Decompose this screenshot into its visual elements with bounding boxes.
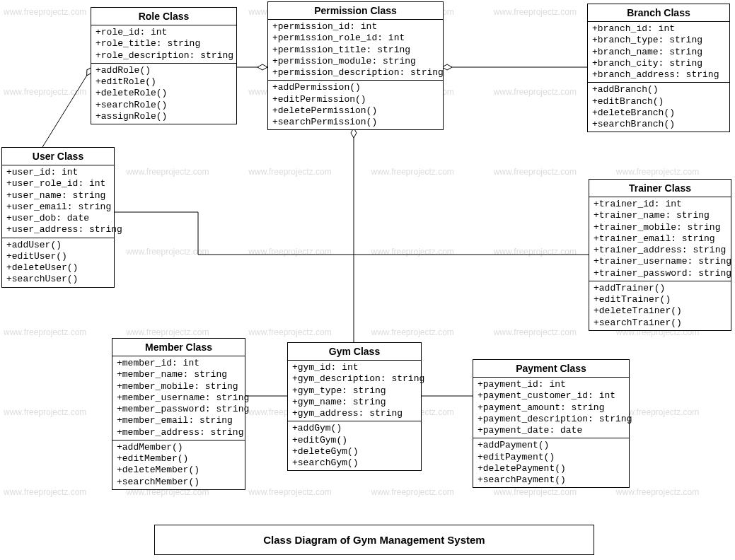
uml-row: +gym_description: string	[292, 373, 417, 385]
uml-row: +trainer_mobile: string	[594, 222, 727, 233]
uml-row: +gym_address: string	[292, 408, 417, 419]
class-user: User Class +user_id: int+user_role_id: i…	[1, 147, 115, 288]
watermark-text: www.freeprojectz.com	[494, 167, 577, 177]
uml-row: +user_id: int	[6, 167, 110, 178]
class-title: Branch Class	[588, 4, 729, 22]
watermark-text: www.freeprojectz.com	[4, 327, 86, 337]
uml-row: +user_dob: date	[6, 213, 110, 224]
uml-row: +editTrainer()	[594, 294, 727, 305]
class-title: Member Class	[112, 339, 245, 356]
uml-row: +member_password: string	[117, 404, 241, 415]
uml-row: +payment_customer_id: int	[478, 390, 625, 402]
attributes-section: +branch_id: int+branch_type: string+bran…	[588, 22, 729, 83]
watermark-text: www.freeprojectz.com	[371, 487, 454, 497]
uml-row: +gym_type: string	[292, 385, 417, 397]
watermark-text: www.freeprojectz.com	[248, 327, 331, 337]
uml-row: +editPayment()	[478, 452, 625, 463]
uml-row: +permission_id: int	[272, 21, 439, 33]
uml-row: +permission_role_id: int	[272, 33, 439, 44]
uml-row: +addRole()	[96, 65, 232, 76]
uml-row: +deletePayment()	[478, 463, 625, 474]
uml-row: +user_email: string	[6, 202, 110, 213]
class-title: Trainer Class	[589, 180, 731, 197]
methods-section: +addPayment()+editPayment()+deletePaymen…	[473, 438, 629, 487]
methods-section: +addBranch()+editBranch()+deleteBranch()…	[588, 83, 729, 132]
uml-row: +searchUser()	[6, 274, 110, 285]
methods-section: +addPermission()+editPermission()+delete…	[268, 81, 443, 129]
uml-row: +addUser()	[6, 240, 110, 251]
uml-row: +payment_id: int	[478, 379, 625, 390]
watermark-text: www.freeprojectz.com	[4, 7, 86, 17]
class-title: Gym Class	[288, 343, 421, 361]
uml-row: +deleteTrainer()	[594, 305, 727, 317]
uml-row: +user_role_id: int	[6, 178, 110, 189]
uml-row: +deleteGym()	[292, 446, 417, 457]
uml-row: +addPermission()	[272, 82, 439, 93]
watermark-text: www.freeprojectz.com	[371, 327, 454, 337]
uml-row: +searchPayment()	[478, 474, 625, 486]
watermark-text: www.freeprojectz.com	[4, 407, 86, 417]
uml-row: +payment_description: string	[478, 414, 625, 425]
watermark-text: www.freeprojectz.com	[494, 327, 577, 337]
uml-row: +addTrainer()	[594, 283, 727, 294]
uml-row: +deletePermission()	[272, 105, 439, 117]
uml-row: +trainer_username: string	[594, 256, 727, 267]
uml-row: +addGym()	[292, 423, 417, 434]
watermark-text: www.freeprojectz.com	[126, 327, 209, 337]
class-trainer: Trainer Class +trainer_id: int+trainer_n…	[589, 179, 731, 331]
uml-row: +editUser()	[6, 251, 110, 262]
uml-row: +searchTrainer()	[594, 317, 727, 329]
uml-row: +searchRole()	[96, 100, 232, 111]
attributes-section: +member_id: int+member_name: string+memb…	[112, 356, 245, 441]
methods-section: +addUser()+editUser()+deleteUser()+searc…	[2, 238, 114, 287]
uml-row: +member_id: int	[117, 358, 241, 369]
attributes-section: +trainer_id: int+trainer_name: string+tr…	[589, 197, 731, 281]
uml-row: +searchBranch()	[592, 119, 725, 130]
watermark-text: www.freeprojectz.com	[248, 167, 331, 177]
watermark-text: www.freeprojectz.com	[4, 87, 86, 97]
class-branch: Branch Class +branch_id: int+branch_type…	[587, 4, 730, 132]
uml-row: +branch_id: int	[592, 23, 725, 35]
uml-row: +assignRole()	[96, 111, 232, 122]
class-payment: Payment Class +payment_id: int+payment_c…	[473, 359, 630, 488]
uml-row: +branch_address: string	[592, 69, 725, 81]
uml-row: +editGym()	[292, 435, 417, 446]
uml-row: +payment_date: date	[478, 425, 625, 436]
watermark-text: www.freeprojectz.com	[126, 247, 209, 257]
methods-section: +addTrainer()+editTrainer()+deleteTraine…	[589, 281, 731, 330]
watermark-text: www.freeprojectz.com	[4, 487, 86, 497]
watermark-text: www.freeprojectz.com	[494, 487, 577, 497]
watermark-text: www.freeprojectz.com	[248, 247, 331, 257]
class-title: User Class	[2, 148, 114, 165]
uml-row: +editRole()	[96, 76, 232, 88]
watermark-text: www.freeprojectz.com	[248, 487, 331, 497]
uml-row: +editBranch()	[592, 96, 725, 107]
uml-row: +payment_amount: string	[478, 402, 625, 414]
uml-row: +permission_description: string	[272, 67, 439, 78]
attributes-section: +gym_id: int+gym_description: string+gym…	[288, 361, 421, 421]
uml-row: +trainer_name: string	[594, 210, 727, 221]
uml-row: +trainer_email: string	[594, 233, 727, 245]
attributes-section: +role_id: int+role_title: string+role_de…	[91, 25, 236, 64]
uml-row: +branch_type: string	[592, 35, 725, 46]
uml-row: +addPayment()	[478, 440, 625, 451]
uml-row: +searchGym()	[292, 457, 417, 469]
uml-row: +user_address: string	[6, 224, 110, 235]
watermark-text: www.freeprojectz.com	[616, 167, 699, 177]
class-gym: Gym Class +gym_id: int+gym_description: …	[287, 342, 422, 471]
uml-row: +member_mobile: string	[117, 381, 241, 392]
uml-row: +editPermission()	[272, 94, 439, 105]
methods-section: +addMember()+editMember()+deleteMember()…	[112, 441, 245, 489]
class-permission: Permission Class +permission_id: int+per…	[267, 1, 444, 130]
class-role: Role Class +role_id: int+role_title: str…	[91, 7, 237, 124]
diagram-title: Class Diagram of Gym Management System	[154, 525, 594, 555]
class-title: Role Class	[91, 8, 236, 25]
uml-row: +trainer_password: string	[594, 268, 727, 279]
uml-row: +gym_id: int	[292, 362, 417, 373]
attributes-section: +permission_id: int+permission_role_id: …	[268, 20, 443, 81]
uml-row: +permission_module: string	[272, 56, 439, 67]
attributes-section: +payment_id: int+payment_customer_id: in…	[473, 378, 629, 438]
attributes-section: +user_id: int+user_role_id: int+user_nam…	[2, 165, 114, 238]
uml-row: +searchPermission()	[272, 117, 439, 128]
uml-row: +deleteUser()	[6, 262, 110, 274]
